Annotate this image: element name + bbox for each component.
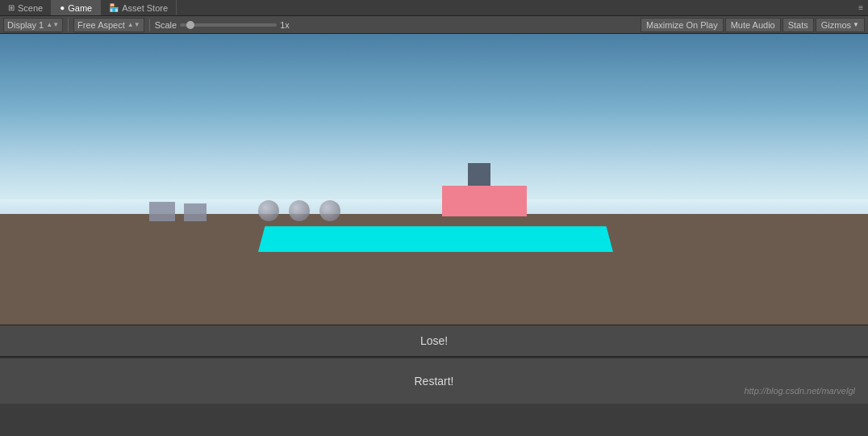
sphere-3 (319, 200, 340, 221)
maximize-label: Maximize On Play (646, 20, 718, 30)
stats-label: Stats (788, 20, 808, 30)
divider-1 (68, 19, 69, 31)
aspect-select[interactable]: Free Aspect ▲▼ (73, 18, 144, 32)
stats-button[interactable]: Stats (782, 18, 814, 32)
maximize-on-play-button[interactable]: Maximize On Play (641, 18, 724, 32)
small-box-2 (184, 203, 207, 221)
mute-audio-button[interactable]: Mute Audio (725, 18, 781, 32)
display-group: Display 1 ▲▼ (3, 18, 63, 32)
display-select[interactable]: Display 1 ▲▼ (3, 18, 63, 32)
scale-label: Scale (155, 20, 177, 30)
scene-icon: ⊞ (8, 3, 15, 12)
tab-scene-label: Scene (18, 3, 43, 13)
gizmos-label: Gizmos (821, 20, 851, 30)
tab-game-label: Game (68, 3, 92, 13)
restart-panel: Restart! http://blog.csdn.net/marvelgl (0, 358, 868, 404)
platform-object (258, 226, 613, 252)
pink-block-object (442, 186, 527, 216)
tab-game[interactable]: ● Game (52, 0, 101, 15)
sphere-2 (289, 200, 310, 221)
toolbar: Display 1 ▲▼ Free Aspect ▲▼ Scale 1x Max… (0, 16, 868, 34)
aspect-arrow-icon: ▲▼ (127, 21, 140, 28)
scale-value: 1x (280, 20, 290, 30)
scale-slider[interactable] (180, 23, 277, 27)
sky-background (0, 34, 868, 223)
small-cube-object (468, 163, 490, 186)
aspect-group: Free Aspect ▲▼ (73, 18, 144, 32)
assetstore-icon: 🏪 (109, 3, 119, 12)
scale-group: Scale 1x (155, 20, 290, 30)
mute-label: Mute Audio (731, 20, 775, 30)
display-label: Display 1 (7, 20, 44, 30)
restart-text: Restart! (414, 375, 453, 388)
game-icon: ● (60, 3, 65, 12)
watermark-text: http://blog.csdn.net/marvelgl (744, 386, 855, 396)
gizmos-arrow-icon: ▼ (853, 21, 859, 28)
display-arrow-icon: ▲▼ (46, 21, 59, 28)
game-viewport (0, 34, 868, 325)
aspect-label: Free Aspect (77, 20, 125, 30)
sphere-1 (258, 200, 279, 221)
collapse-icon[interactable]: ≡ (853, 3, 868, 12)
toolbar-right: Maximize On Play Mute Audio Stats Gizmos… (641, 18, 865, 32)
divider-2 (149, 19, 150, 31)
tab-assetstore-label: Asset Store (122, 3, 168, 13)
tab-bar: ⊞ Scene ● Game 🏪 Asset Store ≡ (0, 0, 868, 16)
gizmos-button[interactable]: Gizmos ▼ (816, 18, 865, 32)
lose-text: Lose! (420, 334, 448, 347)
scale-thumb (186, 21, 194, 29)
tab-assetstore[interactable]: 🏪 Asset Store (101, 0, 177, 15)
tab-scene[interactable]: ⊞ Scene (0, 0, 52, 15)
small-box-1 (149, 202, 175, 221)
lose-panel: Lose! (0, 325, 868, 357)
